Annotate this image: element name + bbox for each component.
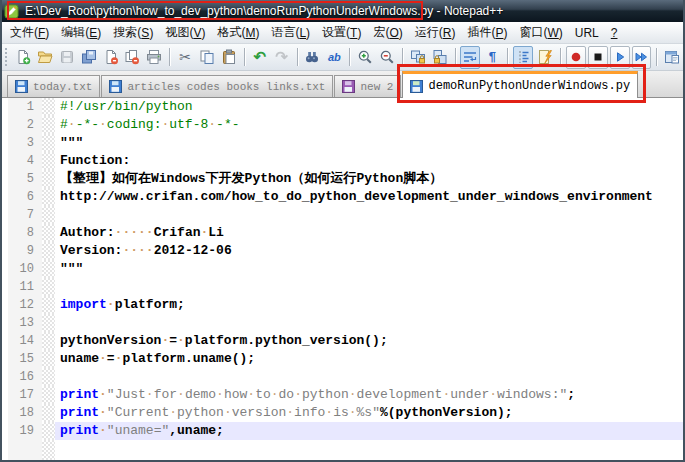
menu-item-view[interactable]: 视图(V) xyxy=(159,22,211,43)
doc-switcher-button[interactable] xyxy=(662,46,682,69)
line-number[interactable]: 6 xyxy=(2,188,42,206)
record-macro-icon xyxy=(568,49,584,65)
line-number[interactable]: 14 xyxy=(2,332,42,350)
fold-margin[interactable] xyxy=(42,170,55,188)
find-button[interactable] xyxy=(302,46,322,69)
code-line-text[interactable] xyxy=(55,278,683,296)
line-number[interactable]: 17 xyxy=(2,386,42,404)
close-button[interactable] xyxy=(101,46,121,69)
code-line-text[interactable]: http://www.crifan.com/how_to_do_python_d… xyxy=(55,188,683,206)
close-all-button[interactable] xyxy=(123,46,143,69)
menu-item-file[interactable]: 文件(F) xyxy=(4,22,55,43)
tab-articles[interactable]: articles codes books links.txt xyxy=(101,75,333,97)
open-file-button[interactable] xyxy=(35,46,55,69)
code-line-text[interactable] xyxy=(55,206,683,224)
code-line-text[interactable]: print·"uname=",uname; xyxy=(55,422,683,440)
line-number[interactable]: 4 xyxy=(2,152,42,170)
line-number[interactable]: 11 xyxy=(2,278,42,296)
zoom-in-button[interactable] xyxy=(355,46,375,69)
menu-item-help[interactable]: ? xyxy=(605,22,624,43)
run-macro-multiple-icon xyxy=(633,49,649,65)
code-line-text[interactable]: 【整理】如何在Windows下开发Python（如何运行Python脚本） xyxy=(55,170,683,188)
fold-margin[interactable] xyxy=(42,422,55,440)
tab-new-2[interactable]: new 2 xyxy=(334,75,401,97)
show-all-characters-icon: ¶ xyxy=(484,49,500,65)
code-line-text[interactable] xyxy=(55,368,683,386)
sync-vertical-scroll-icon xyxy=(410,49,426,65)
line-number[interactable]: 2 xyxy=(2,116,42,134)
fold-margin[interactable] xyxy=(42,332,55,350)
fold-margin[interactable] xyxy=(42,152,55,170)
line-number[interactable]: 19 xyxy=(2,422,42,440)
code-line-text[interactable]: print·"Current·python·version·info·is·%s… xyxy=(55,404,683,422)
undo-button[interactable]: ↶ xyxy=(250,46,270,69)
code-line-text[interactable]: Author:·····Crifan·Li xyxy=(55,224,683,242)
line-number[interactable]: 3 xyxy=(2,134,42,152)
code-line-text[interactable]: Function: xyxy=(55,152,683,170)
menu-item-settings[interactable]: 设置(T) xyxy=(316,22,367,43)
menu-item-edit[interactable]: 编辑(E) xyxy=(55,22,107,43)
fold-margin[interactable] xyxy=(42,260,55,278)
fold-margin[interactable] xyxy=(42,242,55,260)
menu-item-window[interactable]: 窗口(W) xyxy=(513,22,568,43)
line-number[interactable]: 10 xyxy=(2,260,42,278)
code-editor[interactable]: 1#!/usr/bin/python2#·-*-·coding:·utf-8·-… xyxy=(2,98,683,460)
line-number[interactable]: 9 xyxy=(2,242,42,260)
fold-margin[interactable] xyxy=(42,350,55,368)
fold-margin[interactable] xyxy=(42,224,55,242)
cut-button[interactable]: ✂ xyxy=(175,46,195,69)
line-number[interactable]: 15 xyxy=(2,350,42,368)
redo-button[interactable]: ↷ xyxy=(272,46,292,69)
line-number[interactable]: 18 xyxy=(2,404,42,422)
fold-margin[interactable] xyxy=(42,98,55,116)
menu-item-language[interactable]: 语言(L) xyxy=(265,22,316,43)
line-number[interactable]: 1 xyxy=(2,98,42,116)
tab-today[interactable]: today.txt xyxy=(7,75,100,97)
fold-margin[interactable] xyxy=(42,386,55,404)
code-line-text[interactable]: pythonVersion·=·platform.python_version(… xyxy=(55,332,683,350)
code-line-text[interactable]: uname·=·platform.uname(); xyxy=(55,350,683,368)
code-line-text[interactable]: Version:····2012-12-06 xyxy=(55,242,683,260)
fold-margin[interactable] xyxy=(42,404,55,422)
save-button[interactable] xyxy=(57,46,77,69)
editor-empty-area[interactable] xyxy=(55,440,683,460)
paste-icon xyxy=(221,49,237,65)
fold-margin[interactable] xyxy=(42,368,55,386)
code-line-text[interactable]: print·"Just·for·demo·how·to·do·python·de… xyxy=(55,386,683,404)
code-line: 13 xyxy=(2,314,683,332)
floppy-modified-icon xyxy=(342,80,355,93)
line-number[interactable]: 16 xyxy=(2,368,42,386)
print-button[interactable] xyxy=(144,46,164,69)
menu-item-run[interactable]: 运行(R) xyxy=(409,22,462,43)
new-file-button[interactable] xyxy=(13,46,33,69)
menu-item-search[interactable]: 搜索(S) xyxy=(107,22,159,43)
save-all-button[interactable] xyxy=(79,46,99,69)
menu-item-plugins[interactable]: 插件(P) xyxy=(461,22,513,43)
code-line-text[interactable]: #·-*-·coding:·utf-8·-*- xyxy=(55,116,683,134)
menu-item-format[interactable]: 格式(M) xyxy=(211,22,265,43)
line-number[interactable]: 12 xyxy=(2,296,42,314)
line-number[interactable]: 5 xyxy=(2,170,42,188)
code-line-text[interactable] xyxy=(55,314,683,332)
zoom-out-button[interactable] xyxy=(377,46,397,69)
code-line-text[interactable]: """ xyxy=(55,260,683,278)
line-number[interactable]: 8 xyxy=(2,224,42,242)
replace-button[interactable]: ab xyxy=(324,46,344,69)
code-line-text[interactable]: import·platform; xyxy=(55,296,683,314)
code-line: 18print·"Current·python·version·info·is·… xyxy=(2,404,683,422)
annotation-box-active-tab xyxy=(397,64,646,103)
menu-item-macro[interactable]: 宏(O) xyxy=(367,22,408,43)
fold-margin[interactable] xyxy=(42,116,55,134)
fold-margin[interactable] xyxy=(42,134,55,152)
fold-margin[interactable] xyxy=(42,188,55,206)
line-number[interactable]: 13 xyxy=(2,314,42,332)
fold-margin[interactable] xyxy=(42,314,55,332)
code-line-text[interactable]: """ xyxy=(55,134,683,152)
fold-margin[interactable] xyxy=(42,296,55,314)
fold-margin[interactable] xyxy=(42,278,55,296)
line-number[interactable]: 7 xyxy=(2,206,42,224)
menu-item-url[interactable]: URL xyxy=(569,22,605,43)
copy-button[interactable] xyxy=(197,46,217,69)
fold-margin[interactable] xyxy=(42,206,55,224)
paste-button[interactable] xyxy=(219,46,239,69)
